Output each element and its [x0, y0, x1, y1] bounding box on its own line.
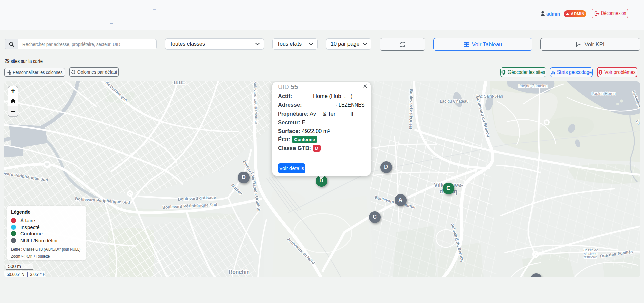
svg-text:distillerie: distillerie — [584, 255, 597, 259]
svg-text:Lac du Héron: Lac du Héron — [592, 91, 616, 96]
svg-text:Lac du Château: Lac du Château — [440, 99, 469, 104]
svg-text:LILLE: LILLE — [173, 81, 186, 86]
svg-text:Bassin de: Bassin de — [583, 248, 598, 252]
svg-text:Ronchin: Ronchin — [229, 269, 250, 275]
svg-text:Boulevard de l'Ouest: Boulevard de l'Ouest — [408, 89, 414, 129]
svg-text:Lac de Canteleu: Lac de Canteleu — [518, 84, 547, 88]
